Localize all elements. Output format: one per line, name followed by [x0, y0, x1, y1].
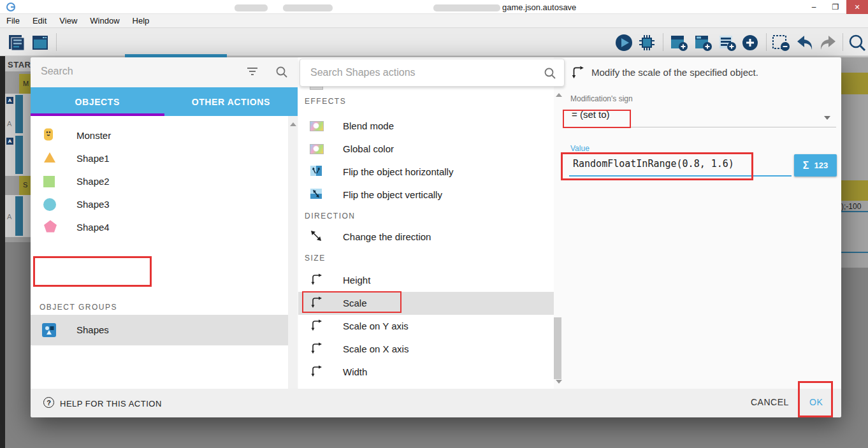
scroll-up-icon[interactable] [556, 93, 562, 97]
row-border [841, 252, 868, 253]
menu-help[interactable]: Help [126, 16, 156, 25]
add-event-button[interactable] [669, 33, 688, 52]
flip-vertical-icon [310, 187, 322, 203]
redacted-path-blur [433, 4, 500, 11]
filter-icon[interactable] [247, 68, 257, 75]
menu-view[interactable]: View [53, 16, 83, 25]
gdevelop-logo-icon [6, 2, 16, 15]
group-row-shapes[interactable]: Shapes [31, 315, 288, 345]
play-button[interactable] [614, 33, 633, 52]
debug-button[interactable] [637, 33, 656, 52]
event-sheet-fragment-right: );-100 [841, 57, 868, 268]
event-condition-bar [15, 196, 23, 236]
triangle-object-icon [43, 152, 56, 166]
add-more-button[interactable] [741, 33, 760, 52]
delete-event-button[interactable] [771, 33, 790, 52]
expression-editor-button[interactable]: Σ 123 [794, 154, 837, 177]
actions-scrollbar-thumb[interactable] [554, 317, 561, 379]
modification-sign-label: Modification's sign [570, 94, 633, 103]
objects-scrollbar[interactable] [288, 116, 298, 389]
minimize-button[interactable]: – [803, 0, 825, 14]
annotation-box-value [561, 152, 753, 180]
add-comment-button[interactable] [718, 33, 737, 52]
search-icon [275, 66, 288, 81]
object-row-shape2[interactable]: Shape2 [31, 170, 288, 193]
action-label: Change the direction [343, 231, 431, 242]
action-row-flip-vertically[interactable]: Flip the object vertically [298, 184, 554, 206]
close-button[interactable]: ✕ [846, 0, 868, 14]
action-label: Height [343, 275, 370, 285]
action-row-scale-y[interactable]: Scale on Y axis [298, 315, 554, 338]
value-label: Value [570, 144, 590, 153]
action-letter: A [7, 213, 11, 220]
tab-other-actions[interactable]: OTHER ACTIONS [164, 87, 298, 116]
event-sheet-fragment-left: M A A A S A [5, 71, 31, 242]
action-editor-dialog: Search OBJECTS OTHER ACTIONS Monster [31, 57, 841, 417]
object-label: Shape1 [76, 153, 110, 164]
circle-object-icon [43, 198, 56, 211]
action-label: Global color [343, 143, 394, 154]
redo-button[interactable] [818, 33, 837, 52]
action-row-flip-horizontally[interactable]: Flip the object horizontally [298, 161, 554, 184]
redacted-path-blur [235, 4, 268, 11]
blend-mode-icon [310, 121, 324, 131]
change-direction-icon [310, 229, 322, 245]
scroll-up-icon[interactable] [290, 122, 296, 126]
object-search-placeholder: Search [41, 66, 73, 77]
object-row-monster[interactable]: Monster [31, 124, 288, 147]
toolbar-separator [56, 33, 57, 51]
help-icon[interactable]: ? [43, 397, 54, 408]
action-row-change-direction[interactable]: Change the direction [298, 226, 554, 249]
action-label: Scale on X axis [343, 343, 409, 354]
app-window: game.json.autosave – ❐ ✕ File Edit View … [0, 0, 868, 448]
section-header-direction: DIRECTION [305, 212, 356, 220]
monster-object-icon [43, 128, 54, 144]
cancel-button[interactable]: CANCEL [751, 397, 789, 407]
menu-edit[interactable]: Edit [26, 16, 53, 25]
actions-search-placeholder: Search Shapes actions [310, 67, 416, 78]
project-manager-icon[interactable] [6, 33, 25, 52]
tab-objects-label: OBJECTS [75, 97, 120, 107]
scene-editor-icon[interactable] [31, 33, 50, 52]
object-label: Monster [76, 130, 111, 141]
square-object-icon [43, 176, 55, 187]
action-row-blend-mode[interactable]: Blend mode [298, 115, 554, 138]
object-row-shape4[interactable]: Shape4 [31, 216, 288, 239]
scale-arrow-icon [310, 319, 322, 334]
action-row-global-color[interactable]: Global color [298, 138, 554, 161]
section-header-effects: EFFECTS [305, 97, 346, 106]
restore-button[interactable]: ❐ [825, 0, 846, 14]
object-row-shape3[interactable]: Shape3 [31, 193, 288, 216]
add-sub-event-button[interactable] [693, 33, 712, 52]
tab-objects[interactable]: OBJECTS [31, 87, 164, 116]
action-row-scale-x[interactable]: Scale on X axis [298, 338, 554, 361]
left-panel-edge [0, 56, 5, 448]
action-icon: A [6, 97, 13, 104]
scroll-down-icon[interactable] [556, 380, 562, 384]
action-row-height[interactable]: Height [298, 269, 554, 292]
help-link[interactable]: HELP FOR THIS ACTION [60, 399, 162, 408]
annotation-box-scale-action [302, 291, 401, 313]
action-label: Flip the object vertically [343, 189, 442, 200]
search-events-button[interactable] [848, 33, 867, 52]
objects-list: Monster Shape1 Shape2 Shape3 Shape4 [31, 116, 288, 389]
event-condition-bar [15, 95, 23, 133]
scale-arrow-icon [310, 365, 322, 380]
object-search-field[interactable]: Search [31, 57, 298, 87]
object-chooser-tabs: OBJECTS OTHER ACTIONS [31, 87, 298, 116]
chevron-down-icon[interactable] [824, 116, 830, 120]
pentagon-object-icon [43, 220, 57, 236]
actions-search-field[interactable]: Search Shapes actions [300, 59, 565, 87]
toolbar [0, 28, 868, 56]
action-description: Modify the scale of the specified object… [591, 67, 758, 78]
shapes-group-icon [42, 323, 56, 340]
menu-file[interactable]: File [0, 16, 26, 25]
undo-button[interactable] [795, 33, 814, 52]
scale-arrow-icon [310, 273, 322, 288]
menu-window[interactable]: Window [83, 16, 126, 25]
action-row-width[interactable]: Width [298, 361, 554, 384]
redacted-path-blur [283, 4, 333, 11]
object-label: Shape3 [76, 199, 110, 210]
object-row-shape1[interactable]: Shape1 [31, 147, 288, 170]
flip-horizontal-icon [310, 164, 322, 180]
